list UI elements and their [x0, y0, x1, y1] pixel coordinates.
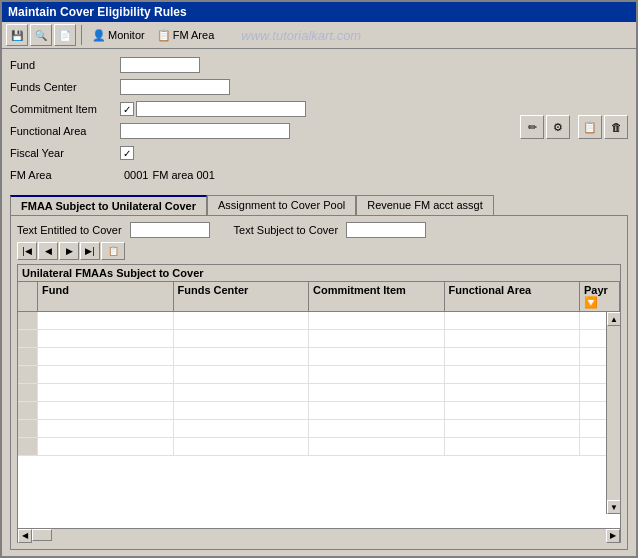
cell-functional-area[interactable]: [445, 438, 581, 455]
monitor-button[interactable]: 👤 Monitor: [87, 26, 150, 45]
col-sort-icon: 🔽: [584, 296, 598, 308]
table-row[interactable]: [18, 348, 620, 366]
table-row[interactable]: [18, 438, 620, 456]
cell-funds-center[interactable]: [174, 348, 310, 365]
action-buttons: ✏ ⚙ 📋 🗑: [520, 115, 628, 139]
cell-commitment-item[interactable]: [309, 384, 445, 401]
insert-row-button[interactable]: 📋: [101, 242, 125, 260]
row-selector[interactable]: [18, 366, 38, 383]
cell-funds-center[interactable]: [174, 384, 310, 401]
text-subject-label: Text Subject to Cover: [234, 224, 339, 236]
row-selector[interactable]: [18, 330, 38, 347]
find-button[interactable]: 🔍: [30, 24, 52, 46]
scroll-thumb-h[interactable]: [32, 529, 52, 541]
scroll-up-button[interactable]: ▲: [607, 312, 620, 326]
cell-fund[interactable]: [38, 330, 174, 347]
cell-functional-area[interactable]: [445, 384, 581, 401]
cell-funds-center[interactable]: [174, 402, 310, 419]
monitor-icon: 👤: [92, 29, 106, 42]
last-record-button[interactable]: ▶|: [80, 242, 100, 260]
cell-commitment-item[interactable]: [309, 420, 445, 437]
funds-center-input[interactable]: [120, 79, 230, 95]
cell-fund[interactable]: [38, 402, 174, 419]
functional-area-input[interactable]: [120, 123, 290, 139]
row-selector[interactable]: [18, 348, 38, 365]
cell-functional-area[interactable]: [445, 348, 581, 365]
cell-commitment-item[interactable]: [309, 312, 445, 329]
cell-funds-center[interactable]: [174, 438, 310, 455]
cell-functional-area[interactable]: [445, 330, 581, 347]
cell-funds-center[interactable]: [174, 312, 310, 329]
tab-content-area: Text Entitled to Cover Text Subject to C…: [10, 215, 628, 550]
fmarea-icon: 📋: [157, 29, 171, 42]
cell-commitment-item[interactable]: [309, 366, 445, 383]
col-header-commitment-item: Commitment Item: [309, 282, 445, 311]
tab-assignment-cover-pool[interactable]: Assignment to Cover Pool: [207, 195, 356, 215]
commitment-item-checkbox[interactable]: ✓: [120, 102, 134, 116]
commitment-item-label: Commitment Item: [10, 103, 120, 115]
fm-area-row: FM Area 0001 FM area 001: [10, 165, 628, 185]
cell-fund[interactable]: [38, 420, 174, 437]
text-subject-input[interactable]: [346, 222, 426, 238]
scroll-left-button[interactable]: ◀: [18, 529, 32, 543]
text-entitled-input[interactable]: [130, 222, 210, 238]
cell-fund[interactable]: [38, 312, 174, 329]
horizontal-scrollbar[interactable]: ◀ ▶: [18, 528, 620, 542]
cell-fund[interactable]: [38, 384, 174, 401]
settings-button[interactable]: ⚙: [546, 115, 570, 139]
col-header-selector: [18, 282, 38, 311]
fm-area-label: FM Area: [10, 169, 120, 181]
table-row[interactable]: [18, 402, 620, 420]
tab-fmaa-subject[interactable]: FMAA Subject to Unilateral Cover: [10, 195, 207, 215]
cell-fund[interactable]: [38, 366, 174, 383]
fund-input[interactable]: [120, 57, 200, 73]
fmarea-button[interactable]: 📋 FM Area: [152, 26, 220, 45]
cell-functional-area[interactable]: [445, 402, 581, 419]
save-button[interactable]: 💾: [6, 24, 28, 46]
row-selector[interactable]: [18, 384, 38, 401]
cell-functional-area[interactable]: [445, 366, 581, 383]
table-row[interactable]: [18, 384, 620, 402]
tabs-container: FMAA Subject to Unilateral Cover Assignm…: [10, 195, 628, 215]
edit-button[interactable]: ✏: [520, 115, 544, 139]
row-selector[interactable]: [18, 312, 38, 329]
row-selector[interactable]: [18, 438, 38, 455]
cell-functional-area[interactable]: [445, 312, 581, 329]
fund-row: Fund: [10, 55, 628, 75]
row-selector[interactable]: [18, 402, 38, 419]
cell-functional-area[interactable]: [445, 420, 581, 437]
next-record-button[interactable]: ▶: [59, 242, 79, 260]
cell-commitment-item[interactable]: [309, 438, 445, 455]
prev-record-button[interactable]: ◀: [38, 242, 58, 260]
table-row[interactable]: [18, 420, 620, 438]
cell-commitment-item[interactable]: [309, 330, 445, 347]
cell-commitment-item[interactable]: [309, 348, 445, 365]
vertical-scrollbar[interactable]: ▲ ▼: [606, 312, 620, 514]
fiscal-year-checkbox[interactable]: ✓: [120, 146, 134, 160]
table-row[interactable]: [18, 330, 620, 348]
row-selector[interactable]: [18, 420, 38, 437]
grid-header: Fund Funds Center Commitment Item Functi…: [18, 282, 620, 312]
toolbar: 💾 🔍 📄 👤 Monitor 📋 FM Area www.tutorialka…: [2, 22, 636, 49]
delete-button[interactable]: 🗑: [604, 115, 628, 139]
scroll-track-h: [32, 529, 606, 543]
print-button[interactable]: 📄: [54, 24, 76, 46]
mini-toolbar: |◀ ◀ ▶ ▶| 📋: [17, 242, 621, 260]
table-row[interactable]: [18, 366, 620, 384]
tab-revenue-fm[interactable]: Revenue FM acct assgt: [356, 195, 494, 215]
cell-funds-center[interactable]: [174, 420, 310, 437]
table-row[interactable]: [18, 312, 620, 330]
first-record-button[interactable]: |◀: [17, 242, 37, 260]
cell-fund[interactable]: [38, 438, 174, 455]
col-header-payr: Payr 🔽: [580, 282, 620, 311]
commitment-item-input[interactable]: [136, 101, 306, 117]
data-grid: Unilateral FMAAs Subject to Cover Fund F…: [17, 264, 621, 543]
cell-funds-center[interactable]: [174, 330, 310, 347]
cell-fund[interactable]: [38, 348, 174, 365]
cell-funds-center[interactable]: [174, 366, 310, 383]
fm-area-text: FM area 001: [152, 169, 214, 181]
cell-commitment-item[interactable]: [309, 402, 445, 419]
scroll-down-button[interactable]: ▼: [607, 500, 620, 514]
scroll-right-button[interactable]: ▶: [606, 529, 620, 543]
copy-button[interactable]: 📋: [578, 115, 602, 139]
